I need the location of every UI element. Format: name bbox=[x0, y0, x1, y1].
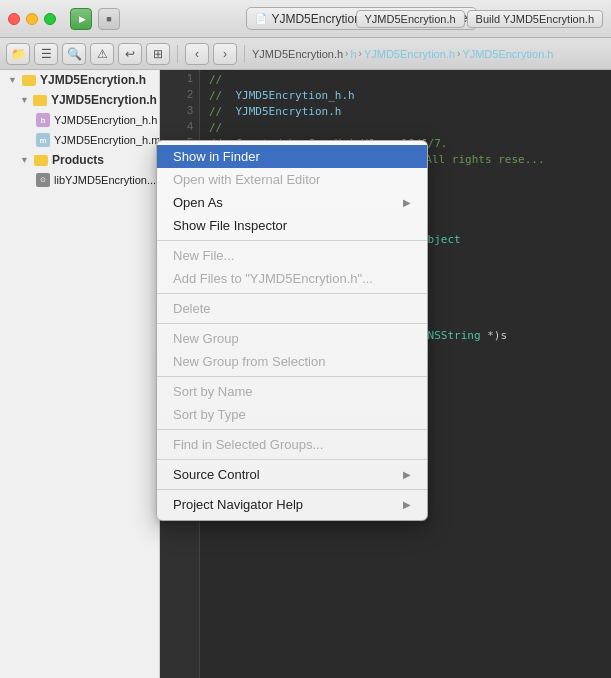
context-menu: Show in Finder Open with External Editor… bbox=[156, 140, 428, 521]
stop-button[interactable] bbox=[98, 8, 120, 30]
code-line-3: // YJMD5Encrytion.h bbox=[209, 104, 603, 120]
tab-2[interactable]: Build YJMD5Encrytion.h bbox=[467, 10, 603, 28]
line-4: 4 bbox=[160, 118, 199, 134]
line-3: 3 bbox=[160, 102, 199, 118]
sidebar-item-file-m[interactable]: m YJMD5Encrytion_h.m M bbox=[0, 130, 159, 150]
menu-sep-4 bbox=[157, 376, 427, 377]
breadcrumb-arrow-3: › bbox=[457, 48, 460, 59]
menu-label-find-groups: Find in Selected Groups... bbox=[173, 437, 323, 452]
h-file-icon: h bbox=[36, 113, 50, 127]
code-line-2: // YJMD5Encrytion_h.h bbox=[209, 88, 603, 104]
menu-item-sort-type: Sort by Type bbox=[157, 403, 427, 426]
menu-label-open-external: Open with External Editor bbox=[173, 172, 320, 187]
history-btn[interactable]: ↩ bbox=[118, 43, 142, 65]
sidebar-item-group1[interactable]: ▼ YJMD5Encrytion.h bbox=[0, 90, 159, 110]
menu-item-project-help[interactable]: Project Navigator Help ▶ bbox=[157, 493, 427, 516]
breadcrumb-arrow-2: › bbox=[359, 48, 362, 59]
minimize-button[interactable] bbox=[26, 13, 38, 25]
nav-back[interactable]: ‹ bbox=[185, 43, 209, 65]
breadcrumb-item-1[interactable]: YJMD5Encrytion.h bbox=[252, 48, 343, 60]
menu-label-show-in-finder: Show in Finder bbox=[173, 149, 260, 164]
toolbar: 📁 ☰ 🔍 ⚠ ↩ ⊞ ‹ › YJMD5Encrytion.h › h › Y… bbox=[0, 38, 611, 70]
sidebar-item-file-h[interactable]: h YJMD5Encrytion_h.h M bbox=[0, 110, 159, 130]
menu-label-new-group-selection: New Group from Selection bbox=[173, 354, 325, 369]
lib-icon: ⊙ bbox=[36, 173, 50, 187]
folder-icon-root bbox=[22, 75, 36, 86]
breadcrumb-arrow-1: › bbox=[345, 48, 348, 59]
sidebar-label-file-h: YJMD5Encrytion_h.h bbox=[54, 114, 157, 126]
menu-item-show-in-finder[interactable]: Show in Finder bbox=[157, 145, 427, 168]
file-navigator: ▼ YJMD5Encrytion.h ▼ YJMD5Encrytion.h h … bbox=[0, 70, 160, 678]
titlebar-tabs: YJMD5Encrytion.h Build YJMD5Encrytion.h bbox=[356, 10, 604, 28]
warning-btn[interactable]: ⚠ bbox=[90, 43, 114, 65]
m-file-icon: m bbox=[36, 133, 50, 147]
menu-item-new-group: New Group bbox=[157, 327, 427, 350]
disclosure-root: ▼ bbox=[8, 75, 18, 85]
menu-item-new-group-selection: New Group from Selection bbox=[157, 350, 427, 373]
menu-sep-2 bbox=[157, 293, 427, 294]
search-btn[interactable]: 🔍 bbox=[62, 43, 86, 65]
menu-item-show-file-inspector[interactable]: Show File Inspector bbox=[157, 214, 427, 237]
breadcrumb-label-2: h bbox=[350, 48, 356, 60]
menu-sep-7 bbox=[157, 489, 427, 490]
list-btn[interactable]: ☰ bbox=[34, 43, 58, 65]
menu-label-show-file-inspector: Show File Inspector bbox=[173, 218, 287, 233]
disclosure-group1: ▼ bbox=[20, 95, 29, 105]
menu-sep-3 bbox=[157, 323, 427, 324]
submenu-arrow-open-as: ▶ bbox=[403, 197, 411, 208]
breadcrumb-item-4[interactable]: YJMD5Encrytion.h bbox=[462, 48, 553, 60]
menu-label-source-control: Source Control bbox=[173, 467, 260, 482]
menu-label-new-file: New File... bbox=[173, 248, 234, 263]
menu-item-source-control[interactable]: Source Control ▶ bbox=[157, 463, 427, 486]
menu-item-add-files: Add Files to "YJMD5Encrytion.h"... bbox=[157, 267, 427, 290]
sidebar-label-lib: libYJMD5Encrytion... bbox=[54, 174, 156, 186]
close-button[interactable] bbox=[8, 13, 20, 25]
menu-item-sort-name: Sort by Name bbox=[157, 380, 427, 403]
run-button[interactable] bbox=[70, 8, 92, 30]
menu-sep-6 bbox=[157, 459, 427, 460]
sidebar-label-products: Products bbox=[52, 153, 104, 167]
tab-1[interactable]: YJMD5Encrytion.h bbox=[356, 10, 465, 28]
menu-item-delete: Delete bbox=[157, 297, 427, 320]
sidebar-item-lib[interactable]: ⊙ libYJMD5Encrytion... bbox=[0, 170, 159, 190]
breadcrumb-label-3: YJMD5Encrytion.h bbox=[364, 48, 455, 60]
menu-item-open-as[interactable]: Open As ▶ bbox=[157, 191, 427, 214]
toolbar-sep-2 bbox=[244, 45, 245, 63]
breadcrumb: YJMD5Encrytion.h › h › YJMD5Encrytion.h … bbox=[252, 48, 605, 60]
menu-label-delete: Delete bbox=[173, 301, 211, 316]
scheme-icon: 📄 bbox=[255, 13, 267, 24]
menu-item-open-external: Open with External Editor bbox=[157, 168, 427, 191]
traffic-lights bbox=[8, 13, 56, 25]
submenu-arrow-source-control: ▶ bbox=[403, 469, 411, 480]
breadcrumb-label-4: YJMD5Encrytion.h bbox=[462, 48, 553, 60]
view-btn[interactable]: ⊞ bbox=[146, 43, 170, 65]
menu-label-sort-name: Sort by Name bbox=[173, 384, 252, 399]
sidebar-label-group1: YJMD5Encrytion.h bbox=[51, 93, 157, 107]
nav-forward[interactable]: › bbox=[213, 43, 237, 65]
folder-icon-group1 bbox=[33, 95, 47, 106]
code-line-4: // bbox=[209, 120, 603, 136]
menu-label-add-files: Add Files to "YJMD5Encrytion.h"... bbox=[173, 271, 373, 286]
sidebar-label-file-m: YJMD5Encrytion_h.m bbox=[54, 134, 159, 146]
breadcrumb-item-3[interactable]: YJMD5Encrytion.h bbox=[364, 48, 455, 60]
sidebar-label-root: YJMD5Encrytion.h bbox=[40, 73, 146, 87]
menu-label-open-as: Open As bbox=[173, 195, 223, 210]
breadcrumb-item-2[interactable]: h bbox=[350, 48, 356, 60]
menu-label-project-help: Project Navigator Help bbox=[173, 497, 303, 512]
submenu-arrow-project-help: ▶ bbox=[403, 499, 411, 510]
menu-label-sort-type: Sort by Type bbox=[173, 407, 246, 422]
sidebar-item-root[interactable]: ▼ YJMD5Encrytion.h bbox=[0, 70, 159, 90]
menu-item-new-file: New File... bbox=[157, 244, 427, 267]
line-2: 2 bbox=[160, 86, 199, 102]
menu-sep-5 bbox=[157, 429, 427, 430]
menu-label-new-group: New Group bbox=[173, 331, 239, 346]
breadcrumb-label-1: YJMD5Encrytion.h bbox=[252, 48, 343, 60]
menu-sep-1 bbox=[157, 240, 427, 241]
sidebar-item-products[interactable]: ▼ Products bbox=[0, 150, 159, 170]
toolbar-sep-1 bbox=[177, 45, 178, 63]
folder-btn[interactable]: 📁 bbox=[6, 43, 30, 65]
titlebar: 📄 YJMD5Encrytion.h › 杨建的 iPhone YJMD5Enc… bbox=[0, 0, 611, 38]
code-line-1: // bbox=[209, 72, 603, 88]
maximize-button[interactable] bbox=[44, 13, 56, 25]
disclosure-products: ▼ bbox=[20, 155, 30, 165]
